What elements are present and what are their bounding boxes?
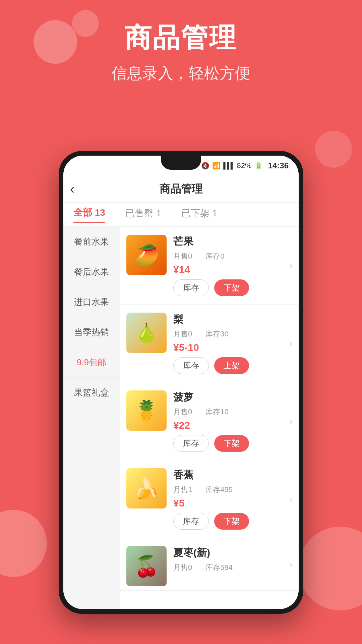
phone-mockup: ✳ 🔇 📶 ▌▌▌ 82% 🔋 14:36 ‹ 商品管理 全部 13 已售罄 1… <box>59 151 303 614</box>
back-button[interactable]: ‹ <box>70 181 74 197</box>
delist-button-mango[interactable]: 下架 <box>214 279 249 296</box>
product-image-pineapple: 🍍 <box>126 390 167 431</box>
sidebar-item-import[interactable]: 进口水果 <box>63 287 120 317</box>
monthly-sales-mango: 月售0 <box>173 251 192 261</box>
tabs-bar: 全部 13 已售罄 1 已下架 1 <box>63 203 299 227</box>
product-image-jujube: 🍒 <box>126 546 167 586</box>
product-item-mango: 🥭 芒果 月售0 库存0 ¥14 库存 下架 <box>120 227 299 305</box>
product-price-banana: ¥5 <box>173 497 292 509</box>
product-info-pineapple: 菠萝 月售0 库存10 ¥22 库存 下架 <box>173 390 292 452</box>
status-time: 14:36 <box>268 161 289 170</box>
main-title: 商品管理 <box>0 20 362 56</box>
mute-icon: 🔇 <box>201 162 209 170</box>
sidebar-item-post-meal[interactable]: 餐后水果 <box>63 257 120 287</box>
product-list: 🥭 芒果 月售0 库存0 ¥14 库存 下架 <box>120 227 299 609</box>
stock-button-pineapple[interactable]: 库存 <box>173 435 209 452</box>
bg-circle-bottom-right <box>298 527 362 610</box>
battery-percent: 82% <box>237 161 252 170</box>
phone-notch <box>161 156 201 170</box>
sidebar-item-pre-meal[interactable]: 餐前水果 <box>63 227 120 257</box>
stock-button-pear[interactable]: 库存 <box>173 357 209 374</box>
chevron-right-pear[interactable]: › <box>290 338 293 349</box>
phone-screen: ✳ 🔇 📶 ▌▌▌ 82% 🔋 14:36 ‹ 商品管理 全部 13 已售罄 1… <box>63 156 299 609</box>
bg-circle-right <box>315 131 352 168</box>
nav-title: 商品管理 <box>160 182 202 197</box>
category-sidebar: 餐前水果 餐后水果 进口水果 当季热销 9.9包邮 果篮礼盒 <box>63 227 120 609</box>
product-name-mango: 芒果 <box>173 235 292 249</box>
list-button-pear[interactable]: 上架 <box>214 357 249 374</box>
product-image-banana: 🍌 <box>126 468 167 508</box>
sidebar-item-seasonal[interactable]: 当季热销 <box>63 317 120 347</box>
product-name-pear: 梨 <box>173 313 292 326</box>
sidebar-item-discount[interactable]: 9.9包邮 <box>63 347 120 378</box>
signal-icon: ▌▌▌ <box>223 162 234 169</box>
content-area: 餐前水果 餐后水果 进口水果 当季热销 9.9包邮 果篮礼盒 🥭 芒果 <box>63 227 299 609</box>
product-meta-mango: 月售0 库存0 <box>173 251 292 261</box>
tab-sold-out[interactable]: 已售罄 1 <box>125 207 161 222</box>
product-actions-mango: 库存 下架 <box>173 279 292 296</box>
chevron-right-mango[interactable]: › <box>290 260 293 271</box>
wifi-icon: 📶 <box>212 162 221 170</box>
product-image-mango: 🥭 <box>126 235 167 275</box>
monthly-sales-jujube: 月售0 <box>173 562 192 573</box>
product-info-pear: 梨 月售0 库存30 ¥5-10 库存 上架 <box>173 313 292 374</box>
chevron-right-jujube[interactable]: › <box>290 559 293 570</box>
nav-bar: ‹ 商品管理 <box>63 176 299 203</box>
product-actions-banana: 库存 下架 <box>173 513 292 530</box>
product-meta-banana: 月售1 库存495 <box>173 485 292 495</box>
sub-title: 信息录入，轻松方便 <box>0 63 362 84</box>
product-item-pineapple: 🍍 菠萝 月售0 库存10 ¥22 库存 下架 <box>120 382 299 460</box>
product-item-banana: 🍌 香蕉 月售1 库存495 ¥5 库存 下架 <box>120 460 299 538</box>
monthly-sales-pineapple: 月售0 <box>173 407 192 417</box>
product-meta-pear: 月售0 库存30 <box>173 329 292 339</box>
product-name-jujube: 夏枣(新) <box>173 546 292 560</box>
battery-icon: 🔋 <box>254 162 263 170</box>
stock-banana: 库存495 <box>205 485 233 495</box>
product-price-pear: ¥5-10 <box>173 342 292 353</box>
stock-button-banana[interactable]: 库存 <box>173 513 209 530</box>
product-item-jujube: 🍒 夏枣(新) 月售0 库存594 › <box>120 538 299 591</box>
tab-all[interactable]: 全部 13 <box>73 206 105 223</box>
chevron-right-banana[interactable]: › <box>290 494 293 504</box>
monthly-sales-pear: 月售0 <box>173 329 192 339</box>
sidebar-item-basket[interactable]: 果篮礼盒 <box>63 378 120 408</box>
tab-off-shelf[interactable]: 已下架 1 <box>181 207 217 222</box>
stock-button-mango[interactable]: 库存 <box>173 279 209 296</box>
bg-circle-bottom-left <box>0 510 47 577</box>
product-info-jujube: 夏枣(新) 月售0 库存594 <box>173 546 292 575</box>
chevron-right-pineapple[interactable]: › <box>290 416 293 427</box>
product-name-banana: 香蕉 <box>173 468 292 482</box>
product-info-mango: 芒果 月售0 库存0 ¥14 库存 下架 <box>173 235 292 296</box>
stock-mango: 库存0 <box>205 251 224 261</box>
product-meta-jujube: 月售0 库存594 <box>173 562 292 573</box>
product-actions-pineapple: 库存 下架 <box>173 435 292 452</box>
stock-pineapple: 库存10 <box>205 407 228 417</box>
stock-pear: 库存30 <box>205 329 228 339</box>
delist-button-banana[interactable]: 下架 <box>214 513 249 530</box>
delist-button-pineapple[interactable]: 下架 <box>214 435 249 452</box>
product-price-mango: ¥14 <box>173 264 292 275</box>
stock-jujube: 库存594 <box>205 562 233 573</box>
status-icons: ✳ 🔇 📶 ▌▌▌ 82% 🔋 14:36 <box>193 161 289 170</box>
product-info-banana: 香蕉 月售1 库存495 ¥5 库存 下架 <box>173 468 292 530</box>
product-name-pineapple: 菠萝 <box>173 390 292 404</box>
product-item-pear: 🍐 梨 月售0 库存30 ¥5-10 库存 上架 <box>120 305 299 382</box>
phone-outer: ✳ 🔇 📶 ▌▌▌ 82% 🔋 14:36 ‹ 商品管理 全部 13 已售罄 1… <box>59 151 303 614</box>
product-meta-pineapple: 月售0 库存10 <box>173 407 292 417</box>
product-price-pineapple: ¥22 <box>173 420 292 431</box>
monthly-sales-banana: 月售1 <box>173 485 192 495</box>
product-actions-pear: 库存 上架 <box>173 357 292 374</box>
header-area: 商品管理 信息录入，轻松方便 <box>0 20 362 84</box>
product-image-pear: 🍐 <box>126 313 167 353</box>
